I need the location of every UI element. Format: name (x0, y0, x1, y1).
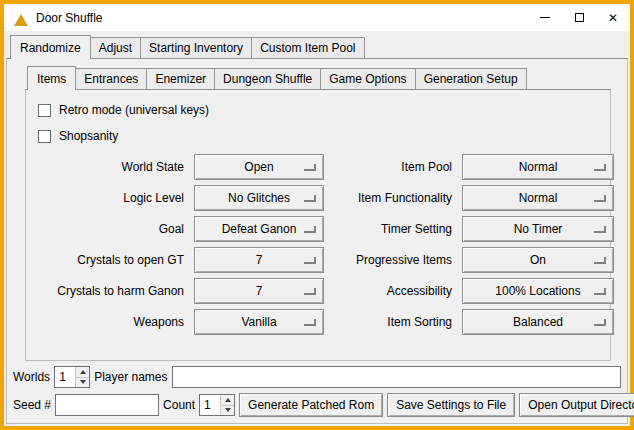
crystals-ganon-dropdown[interactable]: 7 (194, 278, 324, 304)
tab-custom-item-pool[interactable]: Custom Item Pool (251, 37, 364, 58)
dropdown-indicator-icon (594, 288, 606, 295)
logic-level-value: No Glitches (228, 191, 290, 205)
goal-label: Goal (36, 222, 186, 236)
open-output-directory-button[interactable]: Open Output Directory (519, 393, 634, 417)
up-arrow-icon (225, 398, 231, 402)
count-label: Count (163, 398, 195, 412)
worlds-spin-buttons (75, 367, 89, 387)
crystals-gt-dropdown[interactable]: 7 (194, 247, 324, 273)
window-controls: ✕ (528, 4, 630, 31)
logic-level-dropdown[interactable]: No Glitches (194, 185, 324, 211)
dropdown-indicator-icon (304, 288, 316, 295)
item-functionality-label: Item Functionality (332, 191, 454, 205)
tab-game-options[interactable]: Game Options (320, 68, 415, 89)
accessibility-dropdown[interactable]: 100% Locations (462, 278, 614, 304)
footer: Worlds Player names Seed # Count (7, 361, 627, 423)
world-state-dropdown[interactable]: Open (194, 154, 324, 180)
close-button[interactable]: ✕ (596, 4, 630, 31)
dropdown-indicator-icon (594, 319, 606, 326)
tab-items[interactable]: Items (27, 66, 76, 90)
dropdown-indicator-icon (304, 226, 316, 233)
down-arrow-icon (80, 380, 86, 384)
progressive-items-value: On (530, 253, 546, 267)
tab-enemizer[interactable]: Enemizer (146, 68, 215, 89)
tab-generation-setup[interactable]: Generation Setup (415, 68, 527, 89)
timer-setting-value: No Timer (514, 222, 563, 236)
randomize-pane: Items Entrances Enemizer Dungeon Shuffle… (6, 59, 628, 424)
sub-tab-bar: Items Entrances Enemizer Dungeon Shuffle… (25, 66, 611, 90)
dropdown-indicator-icon (594, 226, 606, 233)
tab-dungeon-shuffle[interactable]: Dungeon Shuffle (214, 68, 321, 89)
retro-mode-row[interactable]: Retro mode (universal keys) (38, 102, 600, 118)
item-functionality-value: Normal (519, 191, 558, 205)
dropdown-indicator-icon (304, 195, 316, 202)
dropdown-indicator-icon (594, 195, 606, 202)
generate-patched-rom-button[interactable]: Generate Patched Rom (239, 393, 383, 417)
save-settings-button[interactable]: Save Settings to File (387, 393, 515, 417)
settings-notebook: Items Entrances Enemizer Dungeon Shuffle… (25, 66, 611, 361)
world-state-label: World State (36, 160, 186, 174)
logic-level-label: Logic Level (36, 191, 186, 205)
goal-dropdown[interactable]: Defeat Ganon (194, 216, 324, 242)
timer-setting-label: Timer Setting (332, 222, 454, 236)
shopsanity-row[interactable]: Shopsanity (38, 128, 600, 144)
worlds-spinbox[interactable] (54, 366, 90, 388)
worlds-down-button[interactable] (76, 377, 89, 388)
items-pane: Retro mode (universal keys) Shopsanity W… (25, 90, 611, 361)
item-functionality-dropdown[interactable]: Normal (462, 185, 614, 211)
shopsanity-label: Shopsanity (59, 129, 118, 143)
maximize-button[interactable] (562, 4, 596, 31)
up-arrow-icon (80, 370, 86, 374)
progressive-items-dropdown[interactable]: On (462, 247, 614, 273)
minimize-icon (540, 17, 550, 18)
dropdown-indicator-icon (304, 257, 316, 264)
item-pool-label: Item Pool (332, 160, 454, 174)
app-icon-shape (14, 14, 28, 26)
crystals-ganon-label: Crystals to harm Ganon (36, 284, 186, 298)
goal-value: Defeat Ganon (222, 222, 297, 236)
timer-setting-dropdown[interactable]: No Timer (462, 216, 614, 242)
weapons-dropdown[interactable]: Vanilla (194, 309, 324, 335)
maximize-icon (575, 13, 584, 22)
count-spinbox[interactable] (199, 394, 235, 416)
seed-row: Seed # Count Generate Patched Rom Save S… (13, 393, 621, 417)
item-pool-dropdown[interactable]: Normal (462, 154, 614, 180)
worlds-row: Worlds Player names (13, 365, 621, 389)
tab-randomize[interactable]: Randomize (10, 35, 91, 59)
accessibility-value: 100% Locations (495, 284, 580, 298)
item-sorting-dropdown[interactable]: Balanced (462, 309, 614, 335)
retro-mode-checkbox[interactable] (38, 104, 51, 117)
worlds-up-button[interactable] (76, 367, 89, 377)
tab-entrances[interactable]: Entrances (75, 68, 147, 89)
tab-starting-inventory[interactable]: Starting Inventory (140, 37, 252, 58)
options-grid: World State Open Item Pool Normal Logic … (36, 154, 600, 335)
seed-label: Seed # (13, 398, 51, 412)
count-up-button[interactable] (221, 395, 234, 405)
seed-input[interactable] (55, 394, 159, 416)
weapons-value: Vanilla (241, 315, 276, 329)
player-names-label: Player names (94, 370, 167, 384)
dropdown-indicator-icon (594, 164, 606, 171)
retro-mode-label: Retro mode (universal keys) (59, 103, 209, 117)
shopsanity-checkbox[interactable] (38, 130, 51, 143)
app-icon (13, 10, 29, 26)
item-sorting-label: Item Sorting (332, 315, 454, 329)
count-spin-buttons (220, 395, 234, 415)
main-tab-bar: Randomize Adjust Starting Inventory Cust… (6, 35, 628, 59)
count-down-button[interactable] (221, 405, 234, 416)
player-names-input[interactable] (172, 366, 622, 388)
weapons-label: Weapons (36, 315, 186, 329)
crystals-gt-value: 7 (256, 253, 263, 267)
minimize-button[interactable] (528, 4, 562, 31)
item-pool-value: Normal (519, 160, 558, 174)
item-sorting-value: Balanced (513, 315, 563, 329)
tab-adjust[interactable]: Adjust (90, 37, 141, 58)
dropdown-indicator-icon (594, 257, 606, 264)
app-window: Door Shuffle ✕ Randomize Adjust Starting… (0, 0, 634, 430)
world-state-value: Open (244, 160, 273, 174)
worlds-input[interactable] (55, 367, 75, 387)
count-input[interactable] (200, 395, 220, 415)
down-arrow-icon (225, 408, 231, 412)
dropdown-indicator-icon (304, 164, 316, 171)
accessibility-label: Accessibility (332, 284, 454, 298)
